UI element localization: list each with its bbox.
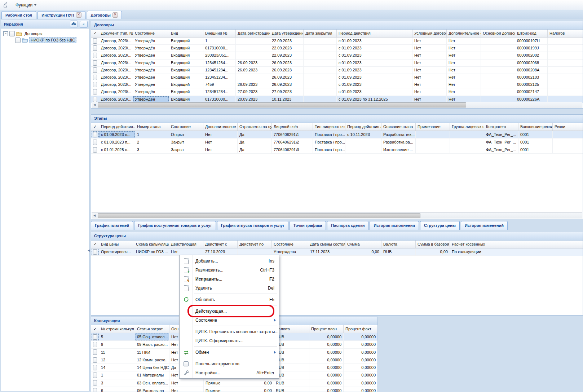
check-column-header[interactable]: ✓: [91, 123, 99, 131]
row-checkbox-cell[interactable]: [91, 341, 99, 348]
column-header[interactable]: Валюта: [274, 325, 309, 333]
check-column-header[interactable]: ✓: [91, 30, 99, 37]
row-checkbox[interactable]: [93, 38, 97, 44]
table-row[interactable]: Ориентировоч...НИОКР по ГОЗ ...Нет27.10.…: [91, 248, 583, 256]
row-checkbox[interactable]: [93, 82, 97, 87]
column-header[interactable]: Дата регистрации.: [236, 30, 270, 37]
detail-tab[interactable]: График отпуска товаров и услуг: [217, 221, 288, 230]
row-checkbox-cell[interactable]: [91, 67, 99, 74]
row-checkbox[interactable]: [93, 75, 97, 80]
row-checkbox-cell[interactable]: [91, 387, 99, 392]
detail-tab[interactable]: Структура цены: [420, 221, 460, 230]
row-checkbox-cell[interactable]: [91, 60, 99, 67]
context-menu-item[interactable]: −УдалитьDel: [180, 283, 279, 292]
context-menu-item[interactable]: ЦИТК. Пересчитать косвенные затраты...: [180, 327, 279, 336]
scroll-left-icon[interactable]: ◀: [92, 213, 97, 219]
table-row[interactable]: Договор, 2023/...УтверждёнВходящий123451…: [91, 67, 583, 74]
table-row[interactable]: с 01.09.2023 п...1ОткрытНетДа7706406291\…: [91, 131, 583, 138]
close-tab-icon[interactable]: ✕: [112, 12, 118, 18]
column-header[interactable]: Состояние: [272, 241, 308, 248]
column-header[interactable]: Штрих-код: [515, 30, 548, 37]
row-checkbox[interactable]: [93, 60, 97, 66]
column-header[interactable]: Состояние: [169, 123, 203, 131]
column-header[interactable]: Дополнительное с: [203, 123, 238, 131]
detail-tab[interactable]: История исполнения: [370, 221, 419, 230]
context-menu-item[interactable]: Настройки...Alt+Enter: [180, 368, 279, 377]
context-menu-item[interactable]: ✎Исправить...F2: [180, 274, 279, 283]
column-header[interactable]: Процент факт: [344, 325, 378, 333]
detail-tab[interactable]: График поступления товаров и услуг: [134, 221, 216, 230]
row-checkbox-cell[interactable]: [91, 356, 99, 364]
row-checkbox-cell[interactable]: [91, 52, 99, 59]
table-row[interactable]: Договор, 2023/...УтверждёнВходящий123451…: [91, 88, 583, 96]
search-icon[interactable]: [70, 21, 78, 27]
tree-node[interactable]: НИОКР по ГОЗ без НДС: [3, 37, 89, 43]
tree-expander-icon[interactable]: −: [3, 31, 8, 36]
row-checkbox[interactable]: [93, 349, 97, 355]
check-column-header[interactable]: ✓: [91, 325, 99, 333]
tree-checkbox[interactable]: [15, 38, 21, 43]
column-header[interactable]: Дата смены состоя: [308, 241, 345, 248]
row-checkbox-cell[interactable]: [91, 349, 99, 356]
row-checkbox[interactable]: [93, 89, 97, 94]
scrollbar-thumb[interactable]: [98, 213, 420, 218]
column-header[interactable]: Период действия..: [99, 123, 135, 131]
row-checkbox-cell[interactable]: [91, 146, 99, 154]
scrollbar-thumb[interactable]: [98, 102, 466, 107]
column-header[interactable]: Налогов: [548, 30, 583, 37]
column-header[interactable]: Период действия л: [345, 123, 381, 131]
row-checkbox[interactable]: [93, 388, 97, 392]
column-header[interactable]: Состояние: [133, 30, 169, 37]
row-checkbox-cell[interactable]: [91, 88, 99, 96]
main-tab[interactable]: Договоры✕: [87, 11, 122, 19]
contracts-horizontal-scrollbar[interactable]: ◀: [92, 102, 582, 108]
table-row[interactable]: Договор, 2023/...УтверждёнВходящий123451…: [91, 74, 583, 81]
context-menu-item[interactable]: Панель инструментов: [180, 359, 279, 368]
row-checkbox[interactable]: [93, 132, 97, 137]
column-header[interactable]: Валюта: [381, 241, 416, 248]
tree-checkbox[interactable]: [9, 31, 15, 36]
table-row[interactable]: 303 Осн. оплата...НетПрямые0,00RUB0,0000…: [91, 379, 377, 387]
column-header[interactable]: Номер этапа: [135, 123, 169, 131]
row-checkbox-cell[interactable]: [91, 371, 99, 379]
row-checkbox-cell[interactable]: [91, 333, 99, 341]
menubar-item[interactable]: Функции: [12, 0, 46, 10]
column-header[interactable]: Отражается на су: [238, 123, 272, 131]
detail-tab[interactable]: График платежей: [91, 221, 133, 230]
column-header[interactable]: Процент план: [309, 325, 344, 333]
column-header[interactable]: Действует по: [238, 241, 272, 248]
column-header[interactable]: Примечание: [416, 123, 450, 131]
splitter-collapse-icon[interactable]: ◀: [88, 249, 90, 252]
row-checkbox-cell[interactable]: [91, 45, 99, 52]
stages-horizontal-scrollbar[interactable]: ◀: [92, 212, 582, 219]
row-checkbox[interactable]: [93, 373, 97, 378]
column-header[interactable]: № строки калькул: [99, 325, 135, 333]
row-checkbox[interactable]: [93, 67, 97, 73]
column-header[interactable]: Внешний №: [203, 30, 236, 37]
context-menu-item[interactable]: Обмен: [180, 348, 279, 357]
row-checkbox[interactable]: [93, 249, 97, 255]
table-row[interactable]: Договор, 2023/...УтверждёнВходящий230823…: [91, 52, 583, 59]
context-menu-item[interactable]: ЦИТК. Сформировать...: [180, 336, 279, 345]
row-checkbox-cell[interactable]: [91, 248, 99, 256]
column-header[interactable]: Контрагент: [484, 123, 518, 131]
row-checkbox-cell[interactable]: [91, 74, 99, 81]
column-header[interactable]: Период действия: [337, 30, 412, 37]
column-header[interactable]: Статья затрат: [135, 325, 169, 333]
column-header[interactable]: Дата утверждения: [270, 30, 304, 37]
column-header[interactable]: Сумма: [345, 241, 381, 248]
row-checkbox-cell[interactable]: [91, 138, 99, 146]
row-checkbox[interactable]: [93, 140, 97, 145]
table-row[interactable]: Договор, 2023/...УтверждёнВходящий123451…: [91, 60, 583, 67]
column-header[interactable]: Рекви: [553, 123, 583, 131]
row-checkbox-cell[interactable]: [91, 364, 99, 371]
detail-tab[interactable]: Паспорта сделки: [327, 221, 368, 230]
column-header[interactable]: Действует с: [203, 241, 238, 248]
column-header[interactable]: Основной договор: [481, 30, 515, 37]
table-row[interactable]: Договор, 2023/...УтверждёнВходящий017310…: [91, 45, 583, 52]
table-row[interactable]: 606 Расходы наНетПрямые0,00RUB0,000000,0…: [91, 387, 377, 392]
row-checkbox[interactable]: [93, 97, 97, 102]
table-row[interactable]: с 01.01.2025 п...3ЗакрытНетДа7706406291\…: [91, 146, 583, 154]
column-header[interactable]: Дата закрытия: [304, 30, 337, 37]
row-checkbox[interactable]: [93, 365, 97, 370]
